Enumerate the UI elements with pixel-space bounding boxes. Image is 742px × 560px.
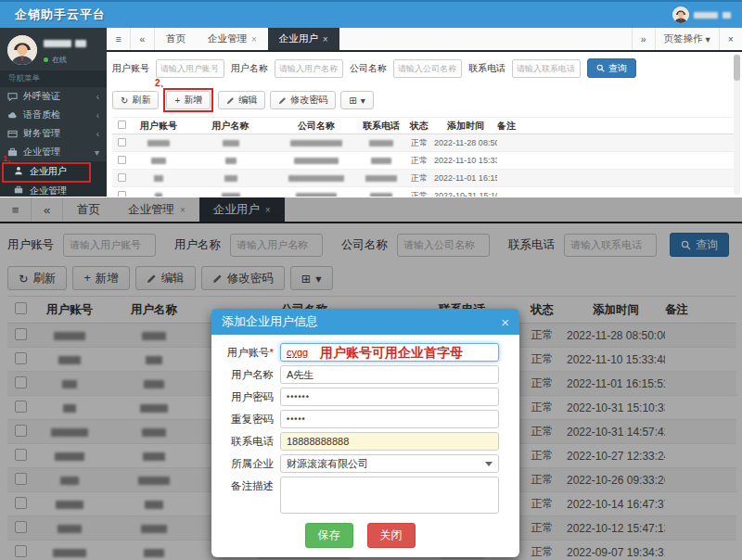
edit-button[interactable]: 编辑 xyxy=(218,91,265,109)
redacted-phone xyxy=(369,140,393,146)
password-dots: ••••• xyxy=(287,414,306,424)
redacted-username xyxy=(723,12,731,19)
money-card-icon xyxy=(7,129,18,139)
caret-down-icon xyxy=(485,462,493,466)
redacted-company xyxy=(290,140,342,146)
add-button[interactable]: +新增 xyxy=(166,91,211,109)
chevron-left-icon: ‹ xyxy=(96,92,99,102)
password-input[interactable]: •••••• xyxy=(280,388,499,406)
row-checkbox[interactable] xyxy=(118,138,126,146)
sidebar-item-enterprise-user[interactable]: 企业用户 xyxy=(0,161,107,181)
chevron-left-icon: ‹ xyxy=(96,129,99,139)
search-button[interactable]: 查询 xyxy=(587,58,636,78)
sidebar-avatar xyxy=(7,35,37,65)
redacted-user-name xyxy=(44,34,86,51)
filter-name-input[interactable] xyxy=(275,59,343,78)
tab-enterprise-mgmt[interactable]: 企业管理× xyxy=(197,28,268,50)
caret-down-icon: ▾ xyxy=(706,33,710,45)
scroll-tabs-left-button[interactable]: « xyxy=(131,28,155,50)
required-mark: * xyxy=(270,347,274,358)
table-row: 正常 2022-10-31 15:10:33 xyxy=(112,187,736,197)
row-checkbox[interactable] xyxy=(118,156,126,164)
redacted-company xyxy=(296,193,337,197)
main-panel: ≡ « 首页 企业管理× 企业用户× » 页签操作▾ × 用户账号 用户名称 公… xyxy=(107,28,742,197)
add-user-modal: 添加企业用户信息 × 用户账号* cygg 用户账号可用企业首字母 用户名称 A… xyxy=(211,309,519,557)
account-value: cygg xyxy=(287,347,308,358)
phone-field-label: 联系电话 xyxy=(221,435,280,449)
pencil-icon xyxy=(278,96,287,105)
repeat-password-input[interactable]: ••••• xyxy=(280,410,499,428)
save-button[interactable]: 保存 xyxy=(305,523,353,548)
time-cell: 2022-11-28 08:50:00 xyxy=(434,134,497,152)
name-field-label: 用户名称 xyxy=(221,368,280,382)
sidebar-item-finance[interactable]: 财务管理 ‹ xyxy=(0,124,107,143)
chevron-down-icon: ▾ xyxy=(95,147,99,158)
online-dot-icon xyxy=(44,57,48,62)
tab-enterprise-user[interactable]: 企业用户× xyxy=(268,28,339,50)
time-cell: 2022-11-01 16:15:51 xyxy=(434,170,497,187)
modal-buttons: 保存 关闭 xyxy=(221,523,499,548)
tab-home[interactable]: 首页 xyxy=(155,28,197,50)
plus-icon: + xyxy=(174,95,180,106)
modal-header: 添加企业用户信息 × xyxy=(211,309,519,335)
filter-account-label: 用户账号 xyxy=(112,62,149,75)
columns-dropdown-button[interactable]: ⊞▾ xyxy=(340,91,373,109)
time-cell: 2022-10-31 15:10:33 xyxy=(434,187,497,197)
double-chevron-right-icon: » xyxy=(641,33,646,45)
name-input[interactable]: A先生 xyxy=(280,365,499,384)
app-header: 企销助手云平台 xyxy=(0,0,742,28)
scroll-tabs-right-button[interactable]: » xyxy=(632,28,655,50)
filter-account-input[interactable] xyxy=(156,59,224,78)
row-checkbox[interactable] xyxy=(118,173,126,182)
refresh-button[interactable]: ↻刷新 xyxy=(112,91,159,109)
redacted-phone xyxy=(370,193,392,197)
redacted-company xyxy=(294,158,339,164)
password-dots: •••••• xyxy=(287,392,310,401)
sidebar-item-enterprise-mgmt[interactable]: 企业管理 ▾ xyxy=(0,143,107,161)
change-password-button[interactable]: 修改密码 xyxy=(270,91,336,109)
filter-phone-input[interactable] xyxy=(512,59,581,78)
status-cell: 正常 xyxy=(404,170,434,187)
menu-icon: ≡ xyxy=(115,33,121,45)
sidebar-item-voice-qc[interactable]: 语音质检 ‹ xyxy=(0,106,107,124)
password-field-label: 用户密码 xyxy=(221,390,280,404)
tab-close-icon[interactable]: × xyxy=(251,34,257,45)
step-annotation-2: 2、 xyxy=(155,77,170,90)
grid-icon: ⊞ xyxy=(349,95,356,106)
company-select[interactable]: 财源滚滚有限公司 xyxy=(280,454,499,473)
modal-close-icon[interactable]: × xyxy=(501,315,509,329)
scrollbar-thumb[interactable] xyxy=(734,55,740,81)
phone-input[interactable]: 18888888888 xyxy=(280,432,499,451)
tab-close-icon[interactable]: × xyxy=(323,34,328,45)
account-hint-annotation: 用户账号可用企业首字母 xyxy=(320,345,463,362)
user-icon xyxy=(14,166,24,176)
bottom-screenshot: ≡ « 首页 企业管理× 企业用户× 用户账号 用户名称 公司名称 联系电话 查… xyxy=(0,197,742,560)
close-all-button[interactable]: × xyxy=(719,28,742,50)
table-header-row: 用户账号 用户名称 公司名称 联系电话 状态 添加时间 备注 xyxy=(112,118,736,134)
close-icon: × xyxy=(728,33,734,45)
sidebar-toggle-button[interactable]: ≡ xyxy=(107,28,131,50)
refresh-icon: ↻ xyxy=(121,95,128,106)
row-checkbox[interactable] xyxy=(118,191,126,197)
caret-down-icon: ▾ xyxy=(361,95,365,106)
select-all-checkbox[interactable] xyxy=(118,121,126,129)
note-textarea[interactable] xyxy=(280,477,499,514)
sidebar: 在线 导航菜单 外呼验证 ‹ 语音质检 ‹ xyxy=(0,28,107,197)
sidebar-item-outbound-verify[interactable]: 外呼验证 ‹ xyxy=(0,87,107,106)
user-table: 用户账号 用户名称 公司名称 联系电话 状态 添加时间 备注 xyxy=(112,117,736,197)
user-avatar xyxy=(672,6,689,23)
column-header-time: 添加时间 xyxy=(434,118,497,134)
tab-actions-dropdown[interactable]: 页签操作▾ xyxy=(655,28,719,50)
filter-company-input[interactable] xyxy=(393,59,462,78)
sidebar-user-panel: 在线 xyxy=(0,28,107,70)
column-header-status: 状态 xyxy=(404,118,434,134)
tab-bar-controls: » 页签操作▾ × xyxy=(632,28,742,50)
nav-menu-header: 导航菜单 xyxy=(0,70,107,87)
header-user-menu[interactable] xyxy=(672,6,742,23)
table-row: 正常 2022-11-28 08:50:00 xyxy=(112,134,736,152)
tab-bar: ≡ « 首页 企业管理× 企业用户× » 页签操作▾ × xyxy=(107,28,742,52)
close-button[interactable]: 关闭 xyxy=(367,523,416,548)
account-input[interactable]: cygg 用户账号可用企业首字母 xyxy=(280,343,499,362)
sidebar-item-enterprise-mgmt-sub[interactable]: 企业管理 xyxy=(0,181,107,197)
account-field-label: 用户账号* xyxy=(221,346,280,360)
